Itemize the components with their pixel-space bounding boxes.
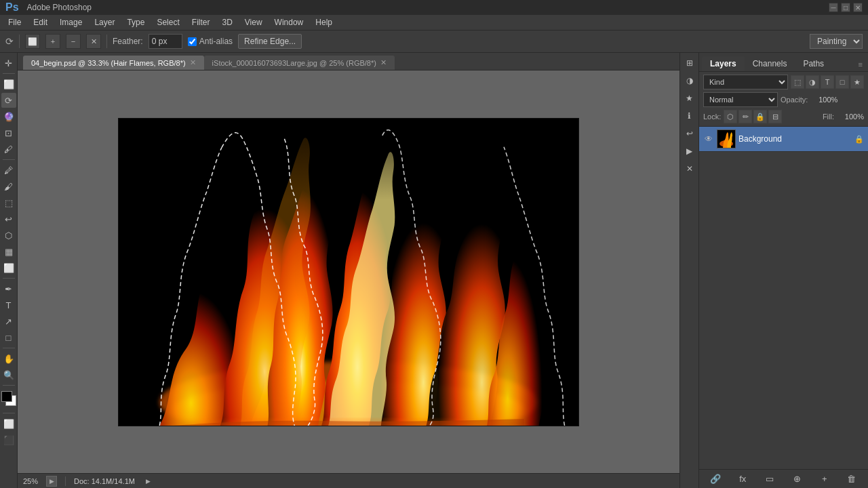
- maximize-button[interactable]: □: [841, 3, 850, 12]
- link-layers-btn[interactable]: 🔗: [709, 472, 722, 486]
- menu-bar: File Edit Image Layer Type Select Filter…: [0, 15, 868, 30]
- menu-image[interactable]: Image: [54, 16, 87, 28]
- kind-select[interactable]: Kind: [703, 75, 788, 89]
- tabs-bar: 04_begin.psd @ 33.3% (Hair Flames, RGB/8…: [18, 53, 679, 70]
- close-button[interactable]: ✕: [853, 3, 863, 12]
- intersect-selection-btn[interactable]: ✕: [86, 34, 101, 49]
- lock-artboard-btn[interactable]: ⊟: [768, 110, 782, 123]
- screen-mode-btn[interactable]: ⬛: [1, 432, 16, 447]
- menu-layer[interactable]: Layer: [89, 16, 120, 28]
- menu-filter[interactable]: Filter: [186, 16, 216, 28]
- quick-mask-btn[interactable]: ⬜: [1, 416, 16, 431]
- type-filter-btn[interactable]: T: [821, 75, 834, 89]
- layer-item-background[interactable]: 👁 Background 🔒: [699, 127, 868, 152]
- blend-mode-select[interactable]: Normal: [703, 92, 778, 107]
- dodge-tool[interactable]: ⬜: [1, 260, 16, 275]
- lock-position-btn[interactable]: ✏: [738, 110, 752, 123]
- title-bar: Ps Adobe Photoshop ─ □ ✕: [0, 0, 868, 15]
- antialias-checkbox[interactable]: [188, 37, 197, 46]
- feather-input[interactable]: [149, 34, 182, 49]
- menu-select[interactable]: Select: [151, 16, 184, 28]
- delete-layer-btn[interactable]: 🗑: [845, 472, 859, 486]
- spot-heal-tool[interactable]: 🖉: [1, 163, 16, 178]
- lock-icons: ⬡ ✏ 🔒 ⊟: [724, 110, 820, 123]
- fx-btn[interactable]: fx: [736, 472, 749, 486]
- lock-all-btn[interactable]: 🔒: [753, 110, 767, 123]
- refine-edge-button[interactable]: Refine Edge...: [238, 34, 302, 49]
- right-icon-actions[interactable]: ▶: [682, 144, 697, 159]
- tab-channels[interactable]: Channels: [745, 56, 795, 71]
- antialias-label: Anti-alias: [199, 37, 233, 46]
- eraser-tool[interactable]: ⬡: [1, 228, 16, 243]
- lasso-tool[interactable]: ⟳: [1, 93, 16, 108]
- path-selection-tool[interactable]: ↗: [1, 314, 16, 329]
- type-tool[interactable]: T: [1, 298, 16, 312]
- pen-tool[interactable]: ✒: [1, 281, 16, 296]
- lock-pixels-btn[interactable]: ⬡: [724, 110, 737, 123]
- menu-file[interactable]: File: [3, 16, 26, 28]
- tab-1-close[interactable]: ✕: [380, 58, 387, 67]
- pixel-filter-btn[interactable]: ⬚: [791, 75, 804, 89]
- shape-tool[interactable]: □: [1, 330, 16, 345]
- painting-select[interactable]: Painting: [810, 34, 863, 49]
- zoom-tool[interactable]: 🔍: [1, 367, 16, 382]
- add-mask-btn[interactable]: ▭: [763, 472, 776, 486]
- antialias-wrap: Anti-alias: [188, 37, 233, 46]
- tab-0[interactable]: 04_begin.psd @ 33.3% (Hair Flames, RGB/8…: [23, 56, 204, 70]
- menu-view[interactable]: View: [239, 16, 268, 28]
- new-selection-btn[interactable]: ⬜: [25, 34, 40, 49]
- history-brush-tool[interactable]: ↩: [1, 211, 16, 226]
- eyedropper-tool[interactable]: 🖋: [1, 142, 16, 157]
- tab-0-close[interactable]: ✕: [190, 58, 196, 67]
- right-icon-layers[interactable]: ⊞: [682, 56, 697, 70]
- new-group-btn[interactable]: ⊕: [791, 472, 804, 486]
- menu-window[interactable]: Window: [269, 16, 309, 28]
- right-icon-adjust[interactable]: ◑: [682, 73, 697, 88]
- panel-menu-icon[interactable]: ≡: [856, 58, 865, 71]
- options-bar: ⟳ ⬜ + − ✕ Feather: Anti-alias Refine Edg…: [0, 30, 868, 53]
- menu-type[interactable]: Type: [121, 16, 150, 28]
- clone-stamp-tool[interactable]: ⬚: [1, 195, 16, 210]
- zoom-indicator[interactable]: ▶: [46, 476, 57, 487]
- layer-name-background: Background: [738, 134, 852, 144]
- color-swatches: [1, 391, 16, 410]
- gradient-tool[interactable]: ▦: [1, 244, 16, 259]
- left-toolbar: ✛ ⬜ ⟳ 🔮 ⊡ 🖋 🖉 🖌 ⬚ ↩ ⬡ ▦ ⬜ ✒ T ↗ □ ✋ 🔍 ⬜ …: [0, 53, 18, 488]
- right-icon-info[interactable]: ℹ: [682, 108, 697, 123]
- foreground-color-swatch[interactable]: [1, 391, 12, 402]
- right-icon-style[interactable]: ★: [682, 91, 697, 106]
- minimize-button[interactable]: ─: [829, 3, 838, 12]
- tab-paths[interactable]: Paths: [795, 56, 832, 71]
- marquee-tool[interactable]: ⬜: [1, 77, 16, 92]
- title-bar-title: Adobe Photoshop: [27, 3, 92, 12]
- subtract-selection-btn[interactable]: −: [66, 34, 81, 49]
- fill-input[interactable]: [837, 113, 864, 121]
- title-bar-controls[interactable]: ─ □ ✕: [829, 3, 863, 12]
- layer-thumbnail-background: [717, 129, 736, 148]
- canvas-image[interactable]: [118, 118, 579, 426]
- shape-filter-btn[interactable]: □: [835, 75, 849, 89]
- menu-help[interactable]: Help: [310, 16, 338, 28]
- quick-selection-tool[interactable]: 🔮: [1, 109, 16, 124]
- brush-tool[interactable]: 🖌: [1, 179, 16, 194]
- new-layer-btn[interactable]: +: [818, 472, 831, 486]
- tab-0-label: 04_begin.psd @ 33.3% (Hair Flames, RGB/8…: [31, 59, 186, 67]
- opacity-input[interactable]: [810, 96, 837, 104]
- opacity-label: Opacity:: [781, 96, 808, 104]
- menu-3d[interactable]: 3D: [216, 16, 237, 28]
- svg-rect-4: [119, 119, 578, 199]
- add-selection-btn[interactable]: +: [45, 34, 60, 49]
- menu-edit[interactable]: Edit: [28, 16, 53, 28]
- move-tool[interactable]: ✛: [1, 56, 16, 70]
- lock-row: Lock: ⬡ ✏ 🔒 ⊟ Fill:: [703, 110, 864, 123]
- crop-tool[interactable]: ⊡: [1, 125, 16, 140]
- adjust-filter-btn[interactable]: ◑: [806, 75, 819, 89]
- right-icon-history[interactable]: ↩: [682, 126, 697, 141]
- right-icon-tools[interactable]: ✕: [682, 161, 697, 176]
- layer-visibility-background[interactable]: 👁: [703, 134, 714, 144]
- tab-1[interactable]: iStock_000016073693Large.jpg @ 25% (RGB/…: [204, 56, 395, 70]
- smart-filter-btn[interactable]: ★: [850, 75, 864, 89]
- doc-arrow[interactable]: ▶: [143, 476, 154, 487]
- tab-layers[interactable]: Layers: [702, 56, 745, 71]
- hand-tool[interactable]: ✋: [1, 351, 16, 366]
